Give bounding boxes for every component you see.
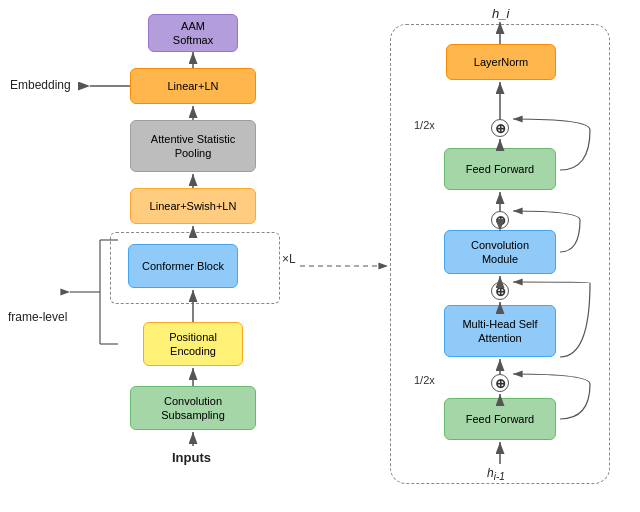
xl-label: ×L <box>282 252 296 266</box>
hi-label: h_i <box>492 6 509 21</box>
half-label-1: 1/2x <box>414 119 435 131</box>
layernorm-block: LayerNorm <box>446 44 556 80</box>
embedding-label: Embedding <box>10 78 71 92</box>
att-stat-pool-block: Attentive StatisticPooling <box>130 120 256 172</box>
mhsa-block: Multi-Head SelfAttention <box>444 305 556 357</box>
inputs-label: Inputs <box>172 450 211 465</box>
frame-level-label: frame-level <box>8 310 67 324</box>
conv-subsampling-block: ConvolutionSubsampling <box>130 386 256 430</box>
diagram-container: h_i hi-1 AAMSoftmax Linear+LN Attentive … <box>0 0 640 512</box>
feed-forward-bottom-block: Feed Forward <box>444 398 556 440</box>
hi1-label: hi-1 <box>487 466 505 482</box>
plus-circle-4: ⊕ <box>491 374 509 392</box>
half-label-2: 1/2x <box>414 374 435 386</box>
plus-circle-2: ⊕ <box>491 211 509 229</box>
feed-forward-top-block: Feed Forward <box>444 148 556 190</box>
conv-module-block: ConvolutionModule <box>444 230 556 274</box>
plus-circle-1: ⊕ <box>491 119 509 137</box>
aam-softmax-block: AAMSoftmax <box>148 14 238 52</box>
linear-ln-block: Linear+LN <box>130 68 256 104</box>
linear-swish-ln-block: Linear+Swish+LN <box>130 188 256 224</box>
pos-encoding-block: PositionalEncoding <box>143 322 243 366</box>
conformer-block: Conformer Block <box>128 244 238 288</box>
plus-circle-3: ⊕ <box>491 282 509 300</box>
